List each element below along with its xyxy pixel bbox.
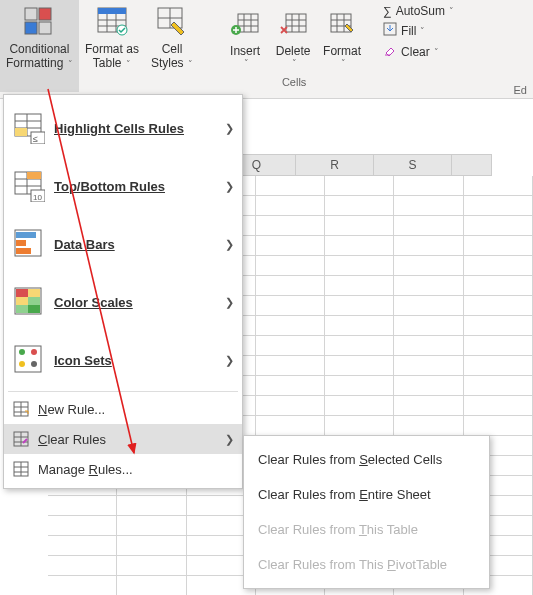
chevron-right-icon: ❯ (225, 296, 234, 309)
highlight-rules-icon: ≤ (12, 111, 46, 145)
svg-rect-48 (16, 248, 31, 254)
icon-sets-icon (12, 343, 46, 377)
chevron-down-icon: ˅ (123, 59, 131, 69)
menu-item-label: Top/Bottom Rules (54, 179, 225, 194)
col-header[interactable]: S (374, 154, 452, 176)
svg-rect-50 (16, 289, 28, 297)
svg-text:10: 10 (33, 193, 42, 202)
menu-manage-rules[interactable]: Manage Rules... (4, 454, 242, 484)
insert-label: Insert (230, 44, 260, 58)
conditional-formatting-button[interactable]: ConditionalFormatting ˅ (0, 0, 79, 92)
menu-item-label: Data Bars (54, 237, 225, 252)
ribbon-bar: ConditionalFormatting ˅ Format asTable ˅… (0, 0, 533, 99)
conditional-line1: Conditional (9, 42, 69, 56)
submenu-clear-selected[interactable]: Clear Rules from Selected Cells (244, 442, 489, 477)
menu-top-bottom-rules[interactable]: 10 Top/Bottom Rules ❯ (4, 157, 242, 215)
menu-item-label: Clear Rules (38, 432, 225, 447)
chevron-right-icon: ❯ (225, 180, 234, 193)
menu-color-scales[interactable]: Color Scales ❯ (4, 273, 242, 331)
svg-rect-20 (286, 14, 306, 32)
sigma-icon: ∑ (383, 4, 392, 18)
submenu-clear-sheet[interactable]: Clear Rules from Entire Sheet (244, 477, 489, 512)
fill-button[interactable]: Fill ˅ (383, 22, 454, 39)
clear-rules-icon (12, 430, 30, 448)
chevron-down-icon: ˅ (420, 26, 425, 36)
svg-rect-46 (16, 232, 36, 238)
manage-rules-icon (12, 460, 30, 478)
autosum-label: AutoSum (396, 4, 445, 18)
svg-point-59 (19, 361, 25, 367)
format-icon (324, 6, 360, 42)
conditional-line2: Formatting (6, 56, 63, 70)
svg-rect-35 (15, 128, 27, 136)
chevron-down-icon: ˅ (292, 58, 297, 69)
svg-rect-52 (16, 297, 28, 305)
fill-icon (383, 22, 397, 39)
cell-styles-line1: Cell (162, 42, 183, 56)
menu-icon-sets[interactable]: Icon Sets ❯ (4, 331, 242, 389)
conditional-formatting-menu: ≤ Highlight Cells Rules ❯ 10 Top/Bottom … (3, 94, 243, 489)
menu-item-label: New Rule... (38, 402, 234, 417)
svg-rect-42 (27, 172, 41, 179)
format-table-line1: Format as (85, 42, 139, 56)
svg-point-57 (19, 349, 25, 355)
submenu-clear-pivot: Clear Rules from This PivotTable (244, 547, 489, 582)
svg-rect-0 (25, 8, 37, 20)
chevron-right-icon: ❯ (225, 122, 234, 135)
delete-label: Delete (276, 44, 311, 58)
menu-item-label: Manage Rules... (38, 462, 234, 477)
menu-highlight-cells-rules[interactable]: ≤ Highlight Cells Rules ❯ (4, 99, 242, 157)
svg-rect-3 (39, 22, 51, 34)
menu-separator (8, 391, 238, 392)
cell-styles-icon (154, 4, 190, 40)
chevron-right-icon: ❯ (225, 238, 234, 251)
chevron-down-icon: ˅ (341, 58, 346, 69)
cell-styles-button[interactable]: CellStyles ˅ (145, 0, 199, 92)
clear-label: Clear (401, 45, 430, 59)
svg-rect-5 (98, 8, 126, 14)
svg-rect-56 (15, 346, 41, 372)
chevron-down-icon: ˅ (434, 47, 439, 57)
svg-rect-2 (25, 22, 37, 34)
col-header[interactable]: R (296, 154, 374, 176)
col-header[interactable] (452, 154, 492, 176)
editing-group-label: Ed (514, 84, 529, 96)
submenu-clear-table: Clear Rules from This Table (244, 512, 489, 547)
insert-button[interactable]: Insert˅ (221, 2, 269, 74)
svg-rect-53 (28, 297, 40, 305)
menu-item-label: Color Scales (54, 295, 225, 310)
delete-button[interactable]: Delete˅ (269, 2, 317, 74)
clear-icon (383, 43, 397, 60)
chevron-right-icon: ❯ (225, 354, 234, 367)
svg-rect-54 (16, 305, 28, 313)
menu-clear-rules[interactable]: Clear Rules ❯ (4, 424, 242, 454)
cells-group: Insert˅ Delete˅ Format˅ Cells (217, 0, 371, 90)
svg-rect-1 (39, 8, 51, 20)
chevron-down-icon: ˅ (244, 58, 249, 69)
format-button[interactable]: Format˅ (317, 2, 367, 74)
chevron-right-icon: ❯ (225, 433, 234, 446)
menu-data-bars[interactable]: Data Bars ❯ (4, 215, 242, 273)
editing-group: ∑AutoSum ˅ Fill ˅ Clear ˅ Ed (377, 0, 460, 64)
chevron-down-icon: ˅ (449, 6, 454, 16)
menu-item-label: Icon Sets (54, 353, 225, 368)
format-as-table-button[interactable]: Format asTable ˅ (79, 0, 145, 92)
insert-icon (227, 6, 263, 42)
cells-group-label: Cells (282, 76, 306, 88)
svg-rect-47 (16, 240, 26, 246)
menu-item-label: Highlight Cells Rules (54, 121, 225, 136)
svg-point-58 (31, 349, 37, 355)
autosum-button[interactable]: ∑AutoSum ˅ (383, 4, 454, 18)
data-bars-icon (12, 227, 46, 261)
fill-label: Fill (401, 24, 416, 38)
clear-button[interactable]: Clear ˅ (383, 43, 454, 60)
svg-rect-55 (28, 305, 40, 313)
svg-rect-14 (238, 14, 258, 32)
new-rule-icon (12, 400, 30, 418)
format-label: Format (323, 44, 361, 58)
format-table-icon (94, 4, 130, 40)
format-table-line2: Table (93, 56, 122, 70)
menu-new-rule[interactable]: New Rule... (4, 394, 242, 424)
chevron-down-icon: ˅ (186, 59, 194, 69)
conditional-formatting-icon (21, 4, 57, 40)
